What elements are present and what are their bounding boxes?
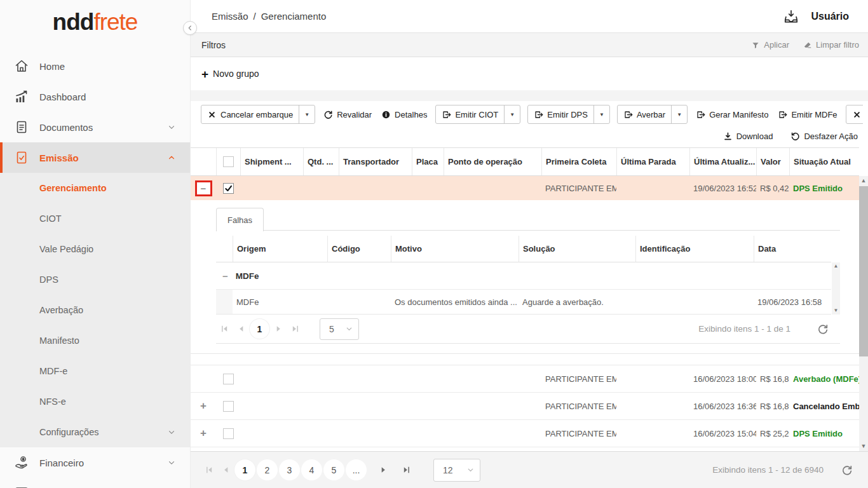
page-button-2[interactable]: 2 [257,459,278,480]
emitir-dps-dropdown[interactable]: ▼ [593,105,609,123]
column-header-codigo[interactable]: Código [327,236,391,262]
column-header-valor[interactable]: Valor [756,148,789,175]
expand-row-button[interactable]: + [200,427,207,440]
submenu-item-mdfe[interactable]: MDF-e [0,356,190,386]
group-collapse-button[interactable]: − [222,271,228,281]
column-header-ultima-atualizacao[interactable]: Última Atualiz... [689,148,756,175]
sidebar-item-partial[interactable] [0,478,190,488]
submenu-item-gerenciamento[interactable]: Gerenciamento [0,173,190,203]
select-all-checkbox[interactable] [223,156,234,167]
apply-filter-button[interactable]: Aplicar [751,40,789,50]
main-scrollbar[interactable]: ▲ ▼ [859,176,868,451]
plus-icon: + [201,68,208,80]
submenu-item-configuracoes[interactable]: Configurações [0,417,190,447]
prev-page-button[interactable] [233,321,249,337]
column-header-shipment[interactable]: Shipment ... [240,148,303,175]
scroll-down-icon[interactable]: ▼ [859,444,868,449]
row-checkbox-checked[interactable] [223,183,234,194]
table-row[interactable]: + PARTICIPANTE EM... 16/06/2023 16:36 R$… [191,393,859,420]
next-page-button[interactable] [270,321,287,337]
tab-falhas[interactable]: Falhas [216,208,264,231]
scroll-down-icon[interactable]: ▼ [834,308,839,313]
new-group-button[interactable]: + Novo grupo [201,68,259,80]
column-header-origem[interactable]: Origem [233,236,327,262]
scroll-up-icon[interactable]: ▲ [859,178,868,184]
page-button-1[interactable]: 1 [234,459,255,480]
page-size-select[interactable]: 12 [433,459,480,482]
column-header-ponto-operacao[interactable]: Ponto de operação [444,148,541,175]
topbar: Emissão / Gerenciamento Usuário [191,0,868,33]
last-page-button[interactable] [287,321,303,337]
clear-filter-button[interactable]: Limpar filtro [803,40,859,50]
sidebar-item-emissao[interactable]: Emissão [0,142,190,173]
page-button-5[interactable]: 5 [323,459,344,480]
revalidar-button[interactable]: Revalidar [322,110,373,119]
column-header-placa[interactable]: Placa [412,148,444,175]
table-row[interactable]: PARTICIPANTE EM... 16/06/2023 18:00 R$ 1… [191,365,859,393]
inner-scrollbar[interactable]: ▲ ▼ [832,262,840,315]
prev-page-button[interactable] [217,462,234,478]
averbar-button[interactable]: Averbar [618,105,671,123]
desfazer-acao-button[interactable]: Desfazer Ação [789,132,859,141]
detalhes-button[interactable]: Detalhes [380,110,428,119]
user-name[interactable]: Usuário [811,11,849,22]
column-header-transportador[interactable]: Transportador [339,148,412,175]
cell-solucao: Aguarde a averbação. [519,297,635,307]
page-button-current[interactable]: 1 [250,319,269,339]
column-header-qtd[interactable]: Qtd. ... [303,148,339,175]
sidebar-item-documentos[interactable]: Documentos [0,112,190,142]
falhas-row[interactable]: MDFe Os documentos emitidos ainda ... Ag… [216,290,831,315]
breadcrumb-parent[interactable]: Emissão [212,11,248,22]
submenu-item-manifesto[interactable]: Manifesto [0,325,190,356]
page-button-4[interactable]: 4 [301,459,322,480]
submenu-item-vale-pedagio[interactable]: Vale Pedágio [0,234,190,264]
table-row-selected[interactable]: − PARTICIPANTE EM.. 19/06/2023 16:52 R$ … [191,176,859,200]
last-page-button[interactable] [398,462,414,478]
submenu-item-averbacao[interactable]: Averbação [0,295,190,325]
expand-row-button[interactable]: + [200,400,207,412]
cancelar-embarque-button[interactable]: Cancelar embarque [201,105,299,123]
column-header-situacao-atual[interactable]: Situação Atual [789,148,859,175]
download-button[interactable]: Download [722,132,775,141]
emitir-ciot-dropdown[interactable]: ▼ [504,105,520,123]
submenu-item-ciot[interactable]: CIOT [0,203,190,234]
sidebar-collapse-button[interactable] [183,21,197,35]
sidebar-item-financeiro[interactable]: Financeiro [0,447,190,478]
submenu-item-nfse[interactable]: NFS-e [0,386,190,417]
column-header-data[interactable]: Data [754,236,831,262]
page-size-select[interactable]: 5 [320,318,359,340]
column-header-identificacao[interactable]: Identificação [635,236,754,262]
submenu-item-dps[interactable]: DPS [0,264,190,295]
column-header-solucao[interactable]: Solução [519,236,635,262]
column-header-primeira-coleta[interactable]: Primeira Coleta [541,148,616,175]
cancelar-embarque-dropdown[interactable]: ▼ [299,105,315,123]
filters-bar: Filtros Aplicar Limpar filtro [191,33,868,57]
row-checkbox[interactable] [223,401,234,412]
emitir-ciot-button[interactable]: Emitir CIOT [436,105,504,123]
refresh-icon[interactable] [817,323,829,335]
averbar-split: Averbar ▼ [617,105,688,124]
inbox-tray-icon[interactable] [783,8,799,25]
emitir-dps-button[interactable]: Emitir DPS [528,105,593,123]
sidebar-item-home[interactable]: Home [0,51,190,81]
first-page-button[interactable] [201,462,217,478]
scrollbar-thumb[interactable] [859,186,868,356]
scroll-up-icon[interactable]: ▲ [834,264,839,269]
bloquear-dpss-button[interactable]: Bloquear DPSs [846,105,863,123]
row-checkbox[interactable] [223,428,234,439]
first-page-button[interactable] [216,321,233,337]
chevron-up-icon [167,153,176,162]
page-button-ellipsis[interactable]: ... [346,459,367,480]
column-header-ultima-parada[interactable]: Última Parada [616,148,689,175]
collapse-row-button[interactable]: − [201,184,207,193]
refresh-icon[interactable] [841,464,853,476]
column-header-motivo[interactable]: Motivo [391,236,519,262]
row-checkbox[interactable] [223,374,234,384]
table-row[interactable]: + PARTICIPANTE EM... 16/06/2023 15:04 R$… [191,420,859,447]
page-button-3[interactable]: 3 [279,459,300,480]
averbar-dropdown[interactable]: ▼ [671,105,687,123]
gerar-manifesto-button[interactable]: Gerar Manifesto [695,110,770,119]
emitir-mdfe-button[interactable]: Emitir MDFe [776,110,838,119]
sidebar-item-dashboard[interactable]: Dashboard [0,81,190,112]
next-page-button[interactable] [375,462,391,478]
